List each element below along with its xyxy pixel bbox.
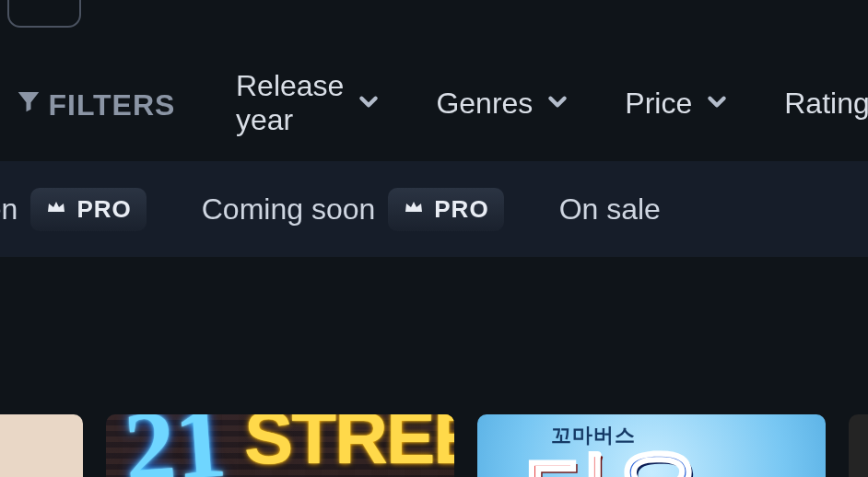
dropdown-label: Price xyxy=(625,87,692,121)
dropdown-genres[interactable]: Genres xyxy=(436,87,569,121)
poster-title: 타요 xyxy=(523,431,700,477)
tab-item[interactable]: soon PRO xyxy=(0,188,147,231)
pro-text: PRO xyxy=(76,195,131,224)
pro-badge: PRO xyxy=(30,188,146,231)
poster-title-part1: 21 xyxy=(121,414,230,477)
filter-dropdowns: Release year Genres Price Rating xyxy=(236,69,868,137)
tab-label: soon xyxy=(0,192,18,227)
chevron-down-icon xyxy=(705,87,729,121)
chevron-down-icon xyxy=(545,87,569,121)
poster-title-part2: STREET xyxy=(244,414,454,477)
filters-button[interactable]: FILTERS xyxy=(48,88,175,122)
category-tabs: soon PRO Coming soon PRO On sale xyxy=(0,161,868,257)
pro-badge: PRO xyxy=(388,188,503,231)
view-toggle-row: OWS FILTERS xyxy=(0,87,175,122)
top-box-fragment xyxy=(7,0,81,28)
dropdown-price[interactable]: Price xyxy=(625,87,729,121)
chevron-down-icon xyxy=(357,87,381,121)
pro-text: PRO xyxy=(434,195,488,224)
tab-label: On sale xyxy=(559,192,661,227)
tab-coming-soon[interactable]: Coming soon PRO xyxy=(202,188,504,231)
poster-row: 21 STREET 꼬마버스 타요 xyxy=(0,414,868,477)
crown-icon xyxy=(45,195,67,224)
funnel-icon[interactable] xyxy=(15,87,42,122)
poster-card[interactable] xyxy=(0,414,83,477)
dropdown-label: Release year xyxy=(236,69,344,137)
dropdown-label: Genres xyxy=(436,87,533,121)
poster-card[interactable] xyxy=(849,414,868,477)
crown-icon xyxy=(403,195,425,224)
poster-card[interactable]: 21 STREET xyxy=(106,414,454,477)
dropdown-label: Rating xyxy=(784,87,868,121)
tab-label: Coming soon xyxy=(202,192,376,227)
dropdown-release-year[interactable]: Release year xyxy=(236,69,381,137)
tab-on-sale[interactable]: On sale xyxy=(559,192,661,227)
poster-card[interactable]: 꼬마버스 타요 xyxy=(477,414,826,477)
dropdown-rating[interactable]: Rating xyxy=(784,87,868,121)
